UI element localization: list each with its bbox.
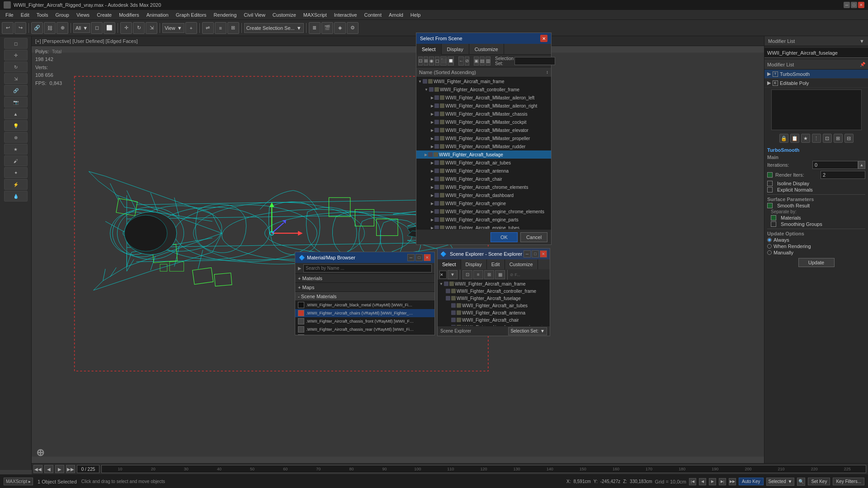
scene-list-item-7[interactable]: ▶WWII_Fighter_Aircraft_MMaster_propeller [416, 134, 551, 142]
mat-item-3[interactable]: .WWII_Fighter_Aircraft_chassis_rear (VRa… [295, 325, 434, 333]
obj-props-btn[interactable]: ⚙ [347, 22, 359, 34]
scene-list-item-12[interactable]: ▶WWII_Fighter_Aircraft_chair [416, 175, 551, 183]
sidebar-camera-tool[interactable]: 📷 [4, 97, 28, 108]
status-maxscript-btn[interactable]: MAXScript ▸ [4, 478, 33, 485]
material-btn[interactable]: ◈ [334, 22, 346, 34]
sidebar-paint-tool[interactable]: 🖌 [4, 155, 28, 166]
mat-item-0[interactable]: .WWII_Fighter_Aircraft_black_metal (VRay… [295, 301, 434, 309]
menu-item-content[interactable]: Content [361, 10, 386, 20]
se-btn-4[interactable]: ⊞ [484, 270, 494, 279]
current-frame-input[interactable] [77, 465, 99, 473]
redo-button[interactable]: ↪ [14, 22, 26, 34]
menu-item-tools[interactable]: Tools [33, 10, 52, 20]
modifier-item-editable-poly[interactable]: ▶ E Editable Poly [764, 79, 868, 88]
render-iters-input[interactable] [821, 171, 865, 179]
when-rendering-radio[interactable] [767, 244, 772, 249]
mat-search-input[interactable] [303, 264, 432, 272]
menu-item-views[interactable]: Views [73, 10, 93, 20]
mat-section-maps[interactable]: + Maps [295, 283, 434, 292]
se-selection-dropdown[interactable]: Selection Set: ▼ [508, 327, 547, 335]
scene-filter-btn-8[interactable]: ⊘ [465, 56, 469, 66]
mat-item-4[interactable]: .WWII_Fighter_Aircraft_chassis_stock (VR… [295, 333, 434, 335]
modifier-icon-7[interactable]: ⊟ [844, 134, 854, 143]
scene-list-item-15[interactable]: ▶WWII_Fighter_Aircraft_engine [416, 199, 551, 207]
menu-item-graph-editors[interactable]: Graph Editors [172, 10, 210, 20]
modifier-item-turbosmooth[interactable]: ▶ T TurboSmooth [764, 70, 868, 79]
se-btn-5[interactable]: ▦ [495, 270, 505, 279]
se-list-item-0[interactable]: ▼WWII_Fighter_Aircraft_main_frame [438, 280, 550, 287]
rotate-btn[interactable]: ↻ [133, 22, 145, 34]
materials-check[interactable] [771, 215, 776, 221]
scene-list-item-2[interactable]: ▶WWII_Fighter_Aircraft_MMaster_aileron_l… [416, 94, 551, 102]
menu-item-maxscript[interactable]: MAXScript [300, 10, 330, 20]
scale-btn[interactable]: ⇲ [146, 22, 157, 34]
modifier-icon-1[interactable]: 🔒 [779, 134, 788, 143]
sidebar-move-tool[interactable]: ✛ [4, 50, 28, 61]
menu-item-rendering[interactable]: Rendering [210, 10, 241, 20]
scene-list-item-3[interactable]: ▶WWII_Fighter_Aircraft_MMaster_aileron_r… [416, 102, 551, 110]
close-button[interactable]: ✕ [858, 2, 864, 8]
se-maximize-btn[interactable]: □ [532, 250, 539, 258]
mat-section-materials[interactable]: + Materials [295, 274, 434, 283]
isoline-checkbox[interactable] [767, 181, 773, 186]
scene-filter-btn-9[interactable]: ▣ [474, 56, 479, 66]
scene-filter-btn-10[interactable]: ▤ [480, 56, 485, 66]
dialog-tab-select[interactable]: Select [416, 44, 442, 55]
se-tab-select[interactable]: Select [438, 259, 461, 269]
se-tab-edit[interactable]: Edit [487, 259, 505, 269]
sidebar-particles-tool[interactable]: ✦ [4, 167, 28, 178]
mat-item-1[interactable]: .WWII_Fighter_Aircraft_chairs (VRayMtl) … [295, 309, 434, 317]
menu-item-file[interactable]: File [2, 10, 17, 20]
snap-btn[interactable]: ⊞ [227, 22, 239, 34]
dialog-tab-display[interactable]: Display [442, 44, 469, 55]
auto-key-button[interactable]: Auto Key [739, 478, 764, 485]
timeline-track[interactable]: 1020304050607080901001101201301401501601… [101, 465, 866, 473]
sidebar-helpers-tool[interactable]: ⊕ [4, 132, 28, 143]
status-next-frame[interactable]: ▶| [719, 478, 726, 485]
se-tab-display[interactable]: Display [461, 259, 487, 269]
selection-set-input[interactable] [514, 57, 555, 65]
scene-list-item-8[interactable]: ▶WWII_Fighter_Aircraft_MMaster_rudder [416, 142, 551, 150]
scene-filter-btn-4[interactable]: ◻ [435, 56, 439, 66]
scene-list-item-18[interactable]: ▶WWII_Fighter_Aircraft_engine_tubes [416, 224, 551, 229]
scene-list-item-11[interactable]: ▶WWII_Fighter_Aircraft_antenna [416, 167, 551, 175]
scene-list-item-0[interactable]: ▼WWII_Fighter_Aircraft_main_frame [416, 77, 551, 85]
status-play[interactable]: ▶ [709, 478, 716, 485]
sidebar-scale-tool[interactable]: ⇲ [4, 73, 28, 84]
modifier-icon-3[interactable]: ★ [801, 134, 810, 143]
scene-filter-btn-7[interactable]: ← [458, 56, 464, 66]
se-list-item-4[interactable]: WWII_Fighter_Aircraft_antenna [438, 309, 550, 316]
status-prev-frame[interactable]: ◀ [699, 478, 706, 485]
menu-item-animation[interactable]: Animation [143, 10, 172, 20]
menu-item-civil-view[interactable]: Civil View [240, 10, 269, 20]
se-close-btn[interactable]: ✕ [540, 250, 547, 258]
object-name-input[interactable] [764, 48, 868, 58]
layer-btn[interactable]: ≣ [309, 22, 321, 34]
sidebar-select-tool[interactable]: ◻ [4, 38, 28, 49]
scene-filter-btn-2[interactable]: ⊞ [424, 56, 428, 66]
scene-filter-btn-5[interactable]: ⬛ [440, 56, 447, 66]
scene-filter-btn-1[interactable]: ⊡ [418, 56, 423, 66]
sidebar-shapes-tool[interactable]: ▲ [4, 108, 28, 119]
prev-frame-button[interactable]: ◀ [44, 465, 53, 473]
key-filters-button[interactable]: Key Filters... [833, 478, 864, 485]
selected-dropdown[interactable]: Selected ▼ [766, 478, 795, 486]
se-list-item-1[interactable]: WWII_Fighter_Aircraft_controller_frame [438, 287, 550, 295]
mat-close-btn[interactable]: ✕ [424, 254, 431, 261]
mat-section-scene[interactable]: - Scene Materials [295, 292, 434, 301]
se-list-item-2[interactable]: WWII_Fighter_Aircraft_fuselage [438, 295, 550, 302]
play-button[interactable]: ◀◀ [33, 465, 42, 473]
undo-button[interactable]: ↩ [2, 22, 14, 34]
list-sort-btn[interactable]: ↕ [546, 70, 548, 75]
sidebar-space-tool[interactable]: ★ [4, 144, 28, 155]
sidebar-lights-tool[interactable]: 💡 [4, 120, 28, 131]
always-radio[interactable] [767, 238, 772, 242]
menu-item-modifiers[interactable]: Modifiers [115, 10, 143, 20]
sidebar-fluid-tool[interactable]: 💧 [4, 191, 28, 202]
create-selection-dropdown[interactable]: Create Selection Se... ▼ [244, 23, 304, 33]
search-btn[interactable]: 🔍 [797, 478, 805, 486]
sidebar-link-tool[interactable]: 🔗 [4, 85, 28, 96]
scene-list-item-13[interactable]: ▶WWII_Fighter_Aircraft_chrome_elements [416, 183, 551, 191]
select-region-btn[interactable]: ⬜ [104, 22, 115, 34]
menu-item-customize[interactable]: Customize [269, 10, 300, 20]
